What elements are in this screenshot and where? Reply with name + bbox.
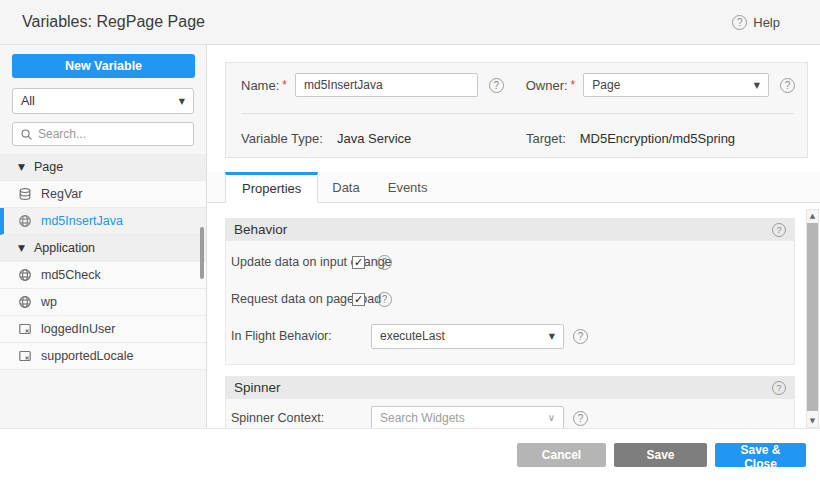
in-flight-help-icon[interactable]	[573, 329, 588, 344]
save-button[interactable]: Save	[614, 443, 707, 467]
tree-group-label: Page	[34, 160, 63, 174]
type-target-row: Variable Type: Java Service Target: MD5E…	[241, 123, 792, 153]
variable-detail-panel: Name: * Owner: * Page Variable Type: Jav…	[207, 45, 820, 428]
name-label: Name:	[241, 78, 279, 93]
tab-events[interactable]: Events	[374, 172, 442, 202]
variables-tree: Page RegVar md5InsertJava Application md…	[0, 154, 206, 370]
content-scrollbar[interactable]	[806, 209, 819, 428]
required-marker: *	[571, 78, 576, 92]
scrollbar-thumb[interactable]	[807, 223, 818, 411]
spinner-context-label: Spinner Context:	[231, 411, 351, 425]
search-icon	[20, 128, 33, 141]
request-on-load-label: Request data on page load	[231, 292, 351, 306]
update-on-input-label: Update data on input change	[231, 255, 351, 269]
in-flight-label: In Flight Behavior:	[231, 329, 351, 343]
spinner-context-combobox[interactable]	[371, 406, 564, 429]
collapse-triangle-icon	[18, 163, 25, 172]
name-input[interactable]	[295, 73, 478, 97]
target-value: MD5Encryption/md5Spring	[580, 131, 735, 146]
required-marker: *	[282, 78, 287, 92]
tree-item-loggedinuser[interactable]: loggedInUser	[0, 316, 206, 343]
cancel-button[interactable]: Cancel	[517, 443, 606, 467]
behavior-section-title: Behavior	[234, 222, 287, 237]
static-variable-icon	[18, 349, 32, 363]
variables-dialog: Variables: RegPage Page Help New Variabl…	[0, 0, 820, 487]
owner-label: Owner:	[526, 78, 568, 93]
variable-type-value: Java Service	[337, 131, 411, 146]
caret-down-icon	[754, 81, 760, 90]
tree-item-md5check[interactable]: md5Check	[0, 262, 206, 289]
help-icon	[732, 15, 747, 30]
help-label: Help	[753, 15, 780, 30]
save-and-close-button[interactable]: Save & Close	[715, 443, 806, 467]
spinner-section-title: Spinner	[234, 380, 281, 395]
page-title: Variables: RegPage Page	[22, 13, 205, 31]
spinner-context-row: Spinner Context:	[231, 405, 794, 428]
tree-item-md5insertjava[interactable]: md5InsertJava	[0, 208, 206, 235]
java-service-icon	[18, 295, 32, 309]
target-label: Target:	[526, 131, 566, 146]
variable-summary-panel: Name: * Owner: * Page Variable Type: Jav…	[225, 62, 808, 158]
behavior-help-icon[interactable]	[772, 223, 786, 237]
java-service-icon	[18, 214, 32, 228]
panel-divider	[241, 113, 794, 114]
update-on-input-help-icon[interactable]	[377, 255, 392, 270]
tree-item-label: loggedInUser	[41, 322, 115, 336]
variable-type-label: Variable Type:	[241, 131, 323, 146]
tree-item-label: md5InsertJava	[41, 214, 123, 228]
spinner-help-icon[interactable]	[772, 381, 786, 395]
tree-group-application[interactable]: Application	[0, 235, 206, 262]
dialog-header: Variables: RegPage Page Help	[0, 0, 820, 45]
name-help-icon[interactable]	[489, 78, 504, 93]
tree-item-label: RegVar	[41, 187, 82, 201]
scroll-up-icon[interactable]	[807, 210, 818, 222]
tree-group-label: Application	[34, 241, 95, 255]
tree-item-label: supportedLocale	[41, 349, 133, 363]
owner-select[interactable]: Page	[583, 73, 769, 97]
database-icon	[18, 187, 32, 201]
spinner-context-input[interactable]	[380, 411, 548, 425]
owner-help-icon[interactable]	[780, 78, 795, 93]
tree-item-wp[interactable]: wp	[0, 289, 206, 316]
update-on-input-row: Update data on input change	[231, 249, 794, 275]
tree-item-label: wp	[41, 295, 57, 309]
tab-data[interactable]: Data	[318, 172, 373, 202]
caret-down-icon	[179, 97, 185, 106]
scroll-down-icon[interactable]	[807, 415, 818, 427]
collapse-triangle-icon	[18, 244, 25, 253]
name-owner-row: Name: * Owner: * Page	[241, 73, 795, 97]
new-variable-button[interactable]: New Variable	[12, 54, 195, 78]
variable-search	[12, 122, 194, 146]
request-on-load-help-icon[interactable]	[377, 292, 392, 307]
spinner-section-header: Spinner	[225, 376, 795, 399]
chevron-down-icon	[548, 413, 555, 423]
behavior-section-header: Behavior	[225, 218, 795, 241]
dialog-footer: Cancel Save Save & Close	[0, 428, 820, 487]
request-on-load-row: Request data on page load	[231, 286, 794, 312]
search-input[interactable]	[38, 127, 186, 141]
caret-down-icon	[549, 332, 555, 341]
in-flight-select[interactable]: executeLast	[371, 324, 564, 349]
filter-value: All	[21, 94, 179, 108]
tree-item-label: md5Check	[41, 268, 101, 282]
tree-item-supportedlocale[interactable]: supportedLocale	[0, 343, 206, 370]
spinner-section-body: Spinner Context:	[225, 399, 795, 428]
variable-filter-select[interactable]: All	[12, 88, 194, 114]
request-on-load-checkbox[interactable]	[352, 293, 365, 306]
update-on-input-checkbox[interactable]	[352, 256, 365, 269]
tree-group-page[interactable]: Page	[0, 154, 206, 181]
owner-value: Page	[592, 78, 754, 92]
help-link[interactable]: Help	[732, 15, 780, 30]
variables-sidebar: New Variable All Page RegVar md5InsertJa…	[0, 45, 207, 428]
tree-item-regvar[interactable]: RegVar	[0, 181, 206, 208]
in-flight-row: In Flight Behavior: executeLast	[231, 323, 794, 349]
in-flight-value: executeLast	[380, 329, 549, 343]
static-variable-icon	[18, 322, 32, 336]
detail-tabs: Properties Data Events	[207, 172, 820, 203]
sidebar-scrollbar-thumb[interactable]	[200, 227, 204, 279]
behavior-section-body: Update data on input change Request data…	[225, 241, 795, 365]
tab-properties[interactable]: Properties	[225, 172, 318, 203]
java-service-icon	[18, 268, 32, 282]
spinner-context-help-icon[interactable]	[573, 411, 588, 426]
